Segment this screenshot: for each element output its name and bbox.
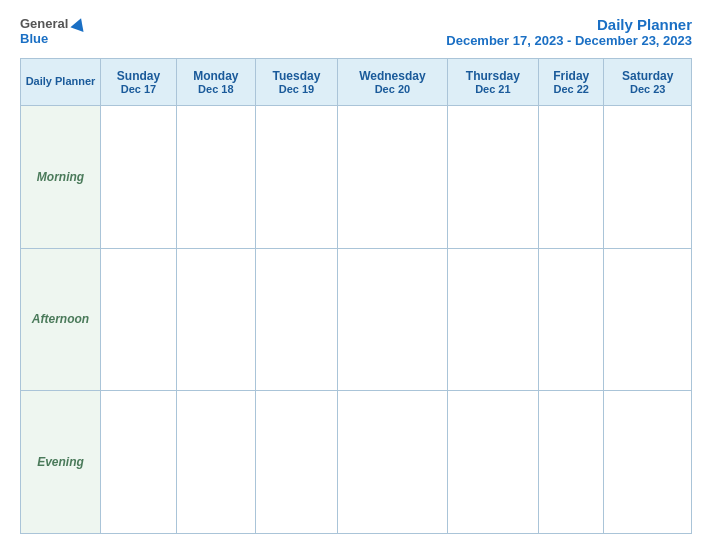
calendar-row-morning: Morning xyxy=(21,106,692,249)
daily-planner-header-cell: Daily Planner xyxy=(21,59,101,106)
time-label-morning: Morning xyxy=(21,106,101,249)
cell-morning-monday[interactable] xyxy=(176,106,255,249)
day-name: Thursday xyxy=(452,69,534,83)
logo-area: General Blue xyxy=(20,16,86,46)
cell-afternoon-wednesday[interactable] xyxy=(338,248,447,391)
daily-planner-header-label: Daily Planner xyxy=(26,75,96,87)
day-name: Friday xyxy=(543,69,599,83)
cell-morning-tuesday[interactable] xyxy=(255,106,337,249)
cell-afternoon-tuesday[interactable] xyxy=(255,248,337,391)
cell-afternoon-saturday[interactable] xyxy=(604,248,692,391)
planner-date-range: December 17, 2023 - December 23, 2023 xyxy=(446,33,692,48)
cell-evening-tuesday[interactable] xyxy=(255,391,337,534)
day-date: Dec 21 xyxy=(452,83,534,95)
calendar-header-row: Daily Planner SundayDec 17MondayDec 18Tu… xyxy=(21,59,692,106)
time-label-afternoon: Afternoon xyxy=(21,248,101,391)
day-name: Sunday xyxy=(105,69,172,83)
day-date: Dec 19 xyxy=(260,83,333,95)
cell-afternoon-sunday[interactable] xyxy=(101,248,177,391)
cell-evening-saturday[interactable] xyxy=(604,391,692,534)
header-col-wednesday: WednesdayDec 20 xyxy=(338,59,447,106)
day-date: Dec 17 xyxy=(105,83,172,95)
calendar-body: MorningAfternoonEvening xyxy=(21,106,692,534)
header-col-saturday: SaturdayDec 23 xyxy=(604,59,692,106)
header-col-monday: MondayDec 18 xyxy=(176,59,255,106)
cell-evening-thursday[interactable] xyxy=(447,391,538,534)
header-col-friday: FridayDec 22 xyxy=(539,59,604,106)
cell-evening-friday[interactable] xyxy=(539,391,604,534)
day-date: Dec 20 xyxy=(342,83,442,95)
header-col-sunday: SundayDec 17 xyxy=(101,59,177,106)
day-name: Wednesday xyxy=(342,69,442,83)
header-col-tuesday: TuesdayDec 19 xyxy=(255,59,337,106)
day-name: Monday xyxy=(181,69,251,83)
cell-morning-thursday[interactable] xyxy=(447,106,538,249)
logo-general-text: General xyxy=(20,16,68,31)
cell-evening-sunday[interactable] xyxy=(101,391,177,534)
logo-blue-text: Blue xyxy=(20,31,48,46)
page-header: General Blue Daily Planner December 17, … xyxy=(20,16,692,48)
logo: General xyxy=(20,16,86,31)
planner-title: Daily Planner xyxy=(446,16,692,33)
day-name: Tuesday xyxy=(260,69,333,83)
cell-evening-monday[interactable] xyxy=(176,391,255,534)
day-date: Dec 22 xyxy=(543,83,599,95)
title-area: Daily Planner December 17, 2023 - Decemb… xyxy=(446,16,692,48)
day-date: Dec 18 xyxy=(181,83,251,95)
calendar-row-evening: Evening xyxy=(21,391,692,534)
logo-triangle-icon xyxy=(71,15,88,31)
cell-afternoon-friday[interactable] xyxy=(539,248,604,391)
cell-evening-wednesday[interactable] xyxy=(338,391,447,534)
cell-afternoon-thursday[interactable] xyxy=(447,248,538,391)
time-label-evening: Evening xyxy=(21,391,101,534)
cell-morning-sunday[interactable] xyxy=(101,106,177,249)
cell-morning-friday[interactable] xyxy=(539,106,604,249)
calendar-row-afternoon: Afternoon xyxy=(21,248,692,391)
cell-morning-wednesday[interactable] xyxy=(338,106,447,249)
cell-morning-saturday[interactable] xyxy=(604,106,692,249)
day-name: Saturday xyxy=(608,69,687,83)
cell-afternoon-monday[interactable] xyxy=(176,248,255,391)
header-col-thursday: ThursdayDec 21 xyxy=(447,59,538,106)
calendar-table: Daily Planner SundayDec 17MondayDec 18Tu… xyxy=(20,58,692,534)
day-date: Dec 23 xyxy=(608,83,687,95)
